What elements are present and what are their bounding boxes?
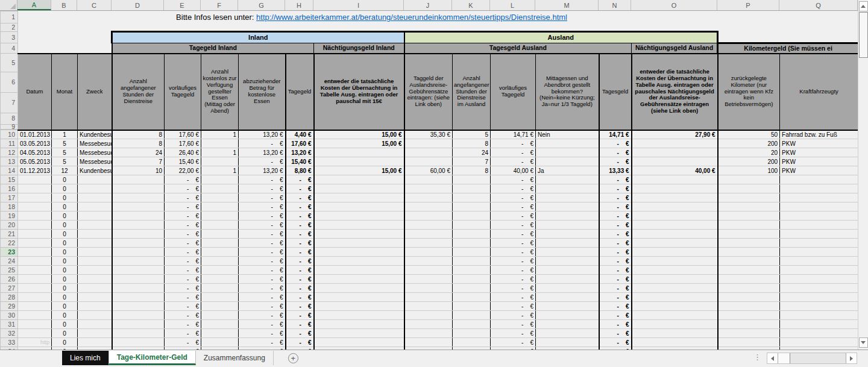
cell-A27[interactable] — [18, 284, 52, 293]
row-header-4[interactable]: 4 — [1, 43, 18, 54]
cell-G30[interactable]: - € — [239, 311, 286, 320]
cell-F15[interactable] — [201, 175, 239, 184]
cell-H16[interactable]: - € — [286, 184, 314, 193]
cell-G23[interactable]: - € — [239, 248, 286, 257]
column-header-J[interactable]: J — [404, 0, 452, 10]
new-sheet-button[interactable]: + — [288, 353, 298, 363]
cell-M29[interactable] — [536, 302, 599, 311]
cell-H27[interactable]: - € — [286, 284, 314, 293]
cell-H33[interactable]: - € — [286, 338, 314, 347]
cell-A12[interactable]: 04.05.2013 — [18, 148, 52, 157]
cell-B16[interactable]: 0 — [52, 184, 78, 193]
cell-A24[interactable] — [18, 257, 52, 266]
cell-E20[interactable]: - € — [165, 221, 201, 230]
cell-L14[interactable]: 40,00 € — [491, 166, 536, 175]
cell-B25[interactable]: 0 — [52, 266, 78, 275]
cell-F31[interactable] — [201, 320, 239, 329]
cell-O19[interactable] — [632, 212, 718, 221]
cell-Q26[interactable] — [780, 275, 858, 284]
cell-I21[interactable] — [314, 230, 404, 239]
cell-K10[interactable]: 5 — [453, 130, 491, 139]
cell-A11[interactable]: 03.05.2013 — [18, 139, 52, 148]
cell-D16[interactable] — [112, 184, 165, 193]
cell-K15[interactable] — [453, 175, 491, 184]
cell-P33[interactable] — [718, 338, 780, 347]
section-header-naechtigungsgeld-ausland[interactable]: Nächtigungsgeld Ausland — [632, 43, 718, 54]
cell-I20[interactable] — [314, 221, 404, 230]
cell-C13[interactable]: Messebesuch — [78, 157, 112, 166]
cell-L18[interactable]: - € — [491, 202, 536, 212]
row-header-2[interactable]: 2 — [1, 24, 18, 32]
column-header-K[interactable]: K — [452, 0, 490, 10]
cell-G13[interactable]: - € — [239, 157, 286, 166]
cell-P13[interactable]: 200 — [718, 157, 780, 166]
cell-L33[interactable]: - € — [491, 338, 536, 347]
cell-I17[interactable] — [314, 193, 404, 202]
cell-I19[interactable] — [314, 212, 404, 221]
cell-D23[interactable] — [112, 248, 165, 257]
section-header-naechtigungsgeld-inland[interactable]: Nächtigungsgeld Inland — [314, 43, 404, 54]
cell-N32[interactable]: - € — [599, 329, 632, 338]
cell-I13[interactable] — [314, 157, 404, 166]
cell-F21[interactable] — [201, 230, 239, 239]
cell-B33[interactable]: 0 — [52, 338, 78, 347]
column-header-E[interactable]: E — [164, 0, 201, 10]
cell-J14[interactable]: 60,00 € — [404, 166, 453, 175]
cell-D30[interactable] — [112, 311, 165, 320]
cell-O25[interactable] — [632, 266, 718, 275]
cell-N26[interactable]: - € — [599, 275, 632, 284]
cell-A30[interactable] — [18, 311, 52, 320]
cell-K25[interactable] — [453, 266, 491, 275]
row-header-7[interactable]: 7 — [1, 93, 17, 113]
cell-L31[interactable]: - € — [491, 320, 536, 329]
cell-F32[interactable] — [201, 329, 239, 338]
cell-E33[interactable]: - € — [165, 338, 201, 347]
cell-E10[interactable]: 17,60 € — [165, 130, 201, 139]
column-header-G[interactable]: G — [238, 0, 285, 10]
cell-A28[interactable] — [18, 293, 52, 302]
cell-M17[interactable] — [536, 193, 599, 202]
cell-A31[interactable] — [18, 320, 52, 329]
cell-M14[interactable]: Ja — [536, 166, 599, 175]
column-header-B[interactable]: B — [51, 0, 77, 10]
cell-E17[interactable]: - € — [165, 193, 201, 202]
column-title-K[interactable]: Anzahl angefangener Stunden der Dienstre… — [453, 54, 491, 130]
cell-L28[interactable]: - € — [491, 293, 536, 302]
cell-M24[interactable] — [536, 257, 599, 266]
cell-D25[interactable] — [112, 266, 165, 275]
cell-A29[interactable] — [18, 302, 52, 311]
cell-J16[interactable] — [404, 184, 453, 193]
cell-N33[interactable]: - € — [599, 338, 632, 347]
column-header-H[interactable]: H — [285, 0, 313, 10]
cell-O14[interactable]: 40,00 € — [632, 166, 718, 175]
cell-H12[interactable]: 13,20 € — [286, 148, 314, 157]
cell-A21[interactable] — [18, 230, 52, 239]
cell-O28[interactable] — [632, 293, 718, 302]
cell-F12[interactable]: 1 — [201, 148, 239, 157]
cell-H29[interactable]: - € — [286, 302, 314, 311]
cell-Q28[interactable] — [780, 293, 858, 302]
cell-M19[interactable] — [536, 212, 599, 221]
cell-K11[interactable]: 8 — [453, 139, 491, 148]
cell-O26[interactable] — [632, 275, 718, 284]
column-header-M[interactable]: M — [535, 0, 599, 10]
sheet-tab-lies-mich[interactable]: Lies mich — [62, 351, 108, 365]
row-header-14[interactable]: 14 — [1, 166, 18, 175]
cell-C10[interactable]: Kundenbesuch — [78, 130, 112, 139]
cell-N21[interactable]: - € — [599, 230, 632, 239]
cell-N25[interactable]: - € — [599, 266, 632, 275]
cell-O33[interactable] — [632, 338, 718, 347]
cell-H28[interactable]: - € — [286, 293, 314, 302]
cell-Q15[interactable] — [780, 175, 858, 184]
row-header-26[interactable]: 26 — [1, 275, 18, 284]
column-header-N[interactable]: N — [599, 0, 631, 10]
row-header-20[interactable]: 20 — [1, 221, 18, 230]
cell-O29[interactable] — [632, 302, 718, 311]
cell-D31[interactable] — [112, 320, 165, 329]
row-header-27[interactable]: 27 — [1, 284, 18, 293]
cell-Q14[interactable]: PKW — [780, 166, 858, 175]
cell-A25[interactable] — [18, 266, 52, 275]
cell-D14[interactable]: 10 — [112, 166, 165, 175]
cell-B22[interactable]: 0 — [52, 239, 78, 248]
cell-D26[interactable] — [112, 275, 165, 284]
